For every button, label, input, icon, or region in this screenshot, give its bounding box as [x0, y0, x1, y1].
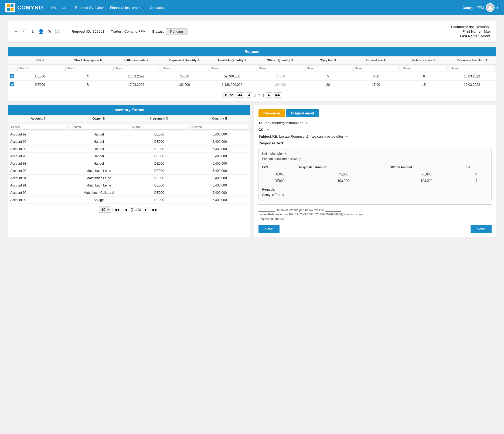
- search-ctpty-fee-input[interactable]: [305, 66, 351, 71]
- request-last-page-btn[interactable]: ▶▶: [274, 92, 282, 98]
- row-checkbox-cell: [8, 72, 16, 81]
- inv-owner-7: Matchbuch Leihe: [69, 182, 129, 189]
- inv-account-6: Account 91: [8, 175, 69, 182]
- inv-search-quantity-input[interactable]: [190, 124, 249, 130]
- user-label: Comyno FFM: [462, 6, 484, 10]
- row-avail-qty-1: 1,188,000,000: [208, 81, 256, 89]
- col-available-qty[interactable]: Available Quantity ⇅: [208, 56, 256, 64]
- search-avail-qty-cell: [208, 64, 256, 72]
- col-short-desc[interactable]: Short Description ⇅: [64, 56, 112, 64]
- request-section-title: Request: [8, 47, 496, 56]
- row-checkbox-1[interactable]: [10, 82, 14, 86]
- row-checkbox-0[interactable]: [10, 74, 14, 78]
- inventory-table-row: Account 93 Handel DE000 5,400,000: [8, 153, 250, 160]
- counterparty-value: Testbank: [476, 25, 491, 29]
- inv-search-instrument-cell: [129, 123, 189, 131]
- col-settlement-date[interactable]: Settlement date ▲: [112, 56, 160, 64]
- row-offered-fee-0: 6.00: [352, 72, 400, 81]
- inv-quantity-3: 5,400,000: [189, 153, 250, 160]
- inv-account-1: Account 92: [8, 138, 69, 145]
- inv-instrument-9: DE000: [129, 196, 189, 204]
- search-avail-qty-input[interactable]: [209, 66, 255, 71]
- inventory-table-body: Account 92 Handel DE000 5,400,000 Accoun…: [8, 131, 250, 204]
- inv-search-instrument-input[interactable]: [130, 124, 188, 130]
- inventory-last-page-btn[interactable]: ▶▶: [151, 207, 159, 212]
- row-ref-fee-1: 15: [400, 81, 448, 89]
- search-desc-input[interactable]: [65, 66, 111, 71]
- search-ref-fee-input[interactable]: [401, 66, 447, 71]
- col-reference-fee-date[interactable]: Reference Fee Date ⇅: [448, 56, 496, 64]
- inv-owner-8: Matchbuch Collateral: [69, 189, 129, 196]
- response-data-row: DE000 103,000 103,000 17: [262, 178, 488, 184]
- request-prev-page-btn[interactable]: ◀: [246, 92, 252, 98]
- lastname-value: Moritz: [481, 34, 491, 38]
- nav-contacts[interactable]: Contacts: [150, 6, 164, 10]
- request-next-page-btn[interactable]: ▶: [266, 92, 272, 98]
- subject-edit-icon[interactable]: ✏: [345, 135, 348, 138]
- user-avatar[interactable]: [486, 3, 495, 12]
- inv-account-9: Account 93: [8, 196, 69, 204]
- search-offered-qty-input[interactable]: [257, 66, 303, 71]
- trader-label: Trader:: [111, 29, 123, 33]
- back-icon[interactable]: ←: [13, 29, 18, 34]
- search-req-qty-input[interactable]: [161, 66, 207, 71]
- tab-original-email[interactable]: Original email: [286, 109, 319, 117]
- inventory-next-page-btn[interactable]: ▶: [143, 207, 149, 212]
- search-isin-input[interactable]: [17, 66, 63, 71]
- nav-request-overview[interactable]: Request Overview: [75, 6, 104, 10]
- inventory-prev-page-btn[interactable]: ◀: [123, 207, 129, 212]
- search-ref-fee-date-input[interactable]: [449, 66, 495, 71]
- svg-rect-1: [11, 4, 13, 7]
- request-pagination: 10 ◀◀ ◀ (1 of 1) ▶ ▶▶: [8, 89, 496, 101]
- download-icon[interactable]: ⇓: [31, 29, 35, 35]
- search-date-input[interactable]: [113, 66, 159, 71]
- tab-response[interactable]: Response: [258, 109, 285, 117]
- block-icon[interactable]: ⊘: [47, 29, 51, 35]
- request-first-page-btn[interactable]: ◀◀: [236, 92, 244, 98]
- save-button[interactable]: Save: [258, 225, 280, 233]
- col-quantity[interactable]: Quantity ⇅: [189, 115, 250, 123]
- inventory-per-page-select[interactable]: 10: [99, 206, 111, 213]
- search-desc-cell: [64, 64, 112, 72]
- inv-account-7: Account 91: [8, 182, 69, 189]
- nav-dashboard[interactable]: Dashboard: [51, 6, 69, 10]
- inventory-table-row: Account 91 Matchbuch Leihe DE000 5,400,0…: [8, 175, 250, 182]
- col-ctpty-fee[interactable]: Ctpty Fee ⇅: [304, 56, 352, 64]
- col-reference-fee[interactable]: Reference Fee ⇅: [400, 56, 448, 64]
- inventory-first-page-btn[interactable]: ◀◀: [113, 207, 121, 212]
- user-icon[interactable]: 👤: [38, 29, 44, 35]
- status-label: Status:: [152, 29, 164, 33]
- search-date-cell: [112, 64, 160, 72]
- inv-search-account-input[interactable]: [9, 124, 67, 130]
- col-offered-fee[interactable]: Offered Fee ⇅: [352, 56, 400, 64]
- to-edit-icon[interactable]: ✏: [305, 121, 308, 125]
- search-req-qty-cell: [160, 64, 208, 72]
- excel-icon[interactable]: X: [22, 29, 28, 35]
- cc-edit-icon[interactable]: ✏: [267, 128, 270, 132]
- search-offered-fee-input[interactable]: [353, 66, 399, 71]
- col-owner[interactable]: Owner ⇅: [69, 115, 129, 123]
- col-offered-qty[interactable]: Offered Quantity ⇅: [256, 56, 304, 64]
- logo: COMYNO: [5, 3, 43, 12]
- request-id-value: 102951: [93, 29, 104, 33]
- col-instrument[interactable]: Instrument ⇅: [129, 115, 189, 123]
- inv-instrument-5: DE000: [129, 167, 189, 175]
- row-short-desc-1: Bl: [64, 81, 112, 89]
- cc-field: CC: ✏: [258, 128, 492, 132]
- col-isin[interactable]: ISIN ⇅: [16, 56, 64, 64]
- col-account[interactable]: Account ⇅: [8, 115, 69, 123]
- nav-links: Dashboard Request Overview Financial Ins…: [51, 6, 462, 10]
- inv-instrument-3: DE000: [129, 153, 189, 160]
- row-ref-fee-date-0: 16.03.2022: [448, 72, 496, 81]
- to-label: To:: [258, 121, 264, 125]
- inv-quantity-4: 5,400,000: [189, 160, 250, 167]
- send-button[interactable]: Send: [471, 225, 492, 233]
- row-settlement-0: 17.03.2022: [112, 72, 160, 81]
- search-ctpty-fee-cell: [304, 64, 352, 72]
- nav-financial-instruments[interactable]: Financial Instruments: [110, 6, 144, 10]
- file-icon[interactable]: 📄: [55, 29, 60, 35]
- col-requested-qty[interactable]: Requested Quantity ⇅: [160, 56, 208, 64]
- inv-search-owner-input[interactable]: [70, 124, 128, 130]
- request-per-page-select[interactable]: 10: [222, 92, 234, 98]
- divider: [258, 204, 492, 205]
